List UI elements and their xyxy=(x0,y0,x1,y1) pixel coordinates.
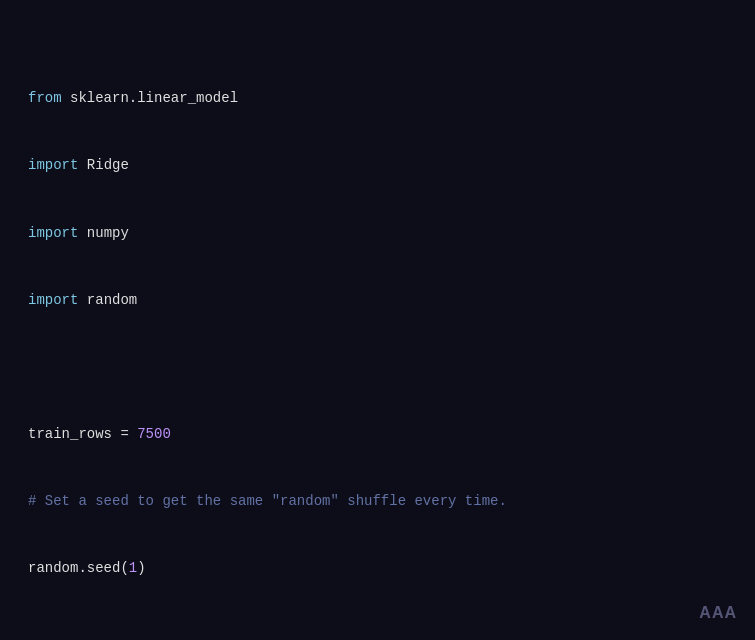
line-4: import random xyxy=(28,289,727,311)
code-editor: from sklearn.linear_model import Ridge i… xyxy=(0,0,755,640)
watermark-text: AAA xyxy=(699,604,737,622)
line-3: import numpy xyxy=(28,222,727,244)
line-6: train_rows = 7500 xyxy=(28,423,727,445)
line-7: # Set a seed to get the same "random" sh… xyxy=(28,490,727,512)
code-content: from sklearn.linear_model import Ridge i… xyxy=(28,20,727,640)
line-9 xyxy=(28,625,727,640)
line-5 xyxy=(28,356,727,378)
line-2: import Ridge xyxy=(28,154,727,176)
line-8: random.seed(1) xyxy=(28,557,727,579)
line-1: from sklearn.linear_model xyxy=(28,87,727,109)
